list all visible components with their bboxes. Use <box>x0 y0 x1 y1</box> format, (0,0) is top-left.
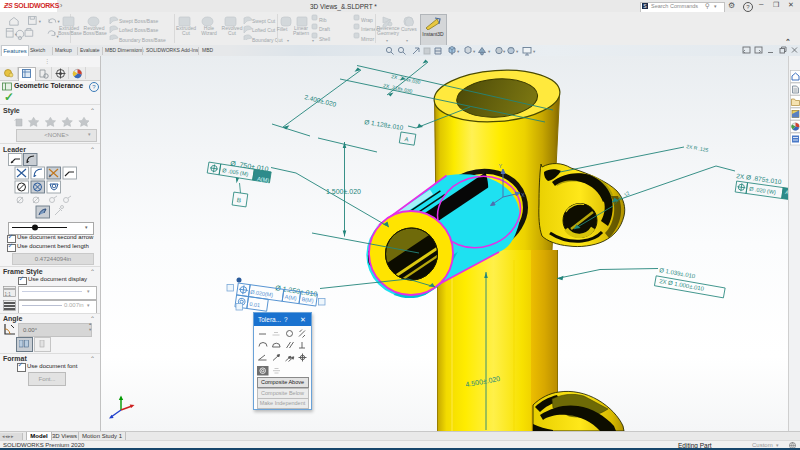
svg-text:▾: ▾ <box>39 19 42 24</box>
svg-text:X: X <box>521 192 525 198</box>
svg-text:▾: ▾ <box>516 49 519 54</box>
svg-text:1.500±.020: 1.500±.020 <box>326 188 361 195</box>
svg-text:▾: ▾ <box>503 49 506 54</box>
svg-text:Y: Y <box>499 163 503 169</box>
svg-text:1:1: 1:1 <box>5 292 12 297</box>
svg-text:▾: ▾ <box>488 49 491 54</box>
svg-text:▾: ▾ <box>533 49 536 54</box>
svg-text:▾: ▾ <box>473 49 476 54</box>
svg-text:▾: ▾ <box>457 49 460 54</box>
